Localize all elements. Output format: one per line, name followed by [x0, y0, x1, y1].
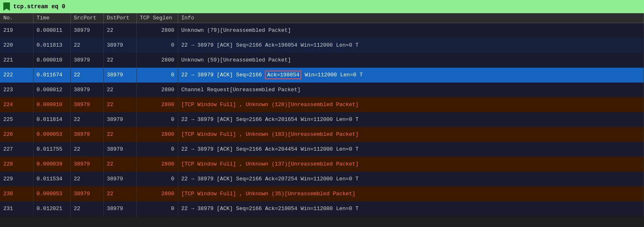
cell-info: [TCP Window Full] , Unknown (183)[Unreas… [178, 127, 644, 142]
col-header-dst: DstPort [103, 13, 136, 23]
cell-info: [TCP Window Full] , Unknown (35)[Unreass… [178, 187, 644, 201]
cell-src: 38979 [70, 127, 103, 142]
cell-no: 219 [0, 23, 33, 38]
table-row[interactable]: 2190.00001138979222800Unknown (79)[Unrea… [0, 23, 644, 38]
cell-seglen: 0 [136, 112, 178, 127]
cell-no: 230 [0, 187, 33, 201]
cell-info: Unknown (79)[Unreassembled Packet] [178, 23, 644, 38]
cell-time: 0.000039 [33, 157, 70, 172]
table-row[interactable]: 2270.0117552238979022 → 38979 [ACK] Seq=… [0, 142, 644, 157]
cell-src: 22 [70, 201, 103, 216]
cell-no: 225 [0, 112, 33, 127]
cell-dst: 38979 [103, 38, 136, 53]
cell-info: Unknown (59)[Unreassembled Packet] [178, 53, 644, 68]
table-row[interactable]: 2230.00001238979222800Channel Request[Un… [0, 83, 644, 97]
cell-src: 38979 [70, 97, 103, 112]
table-row[interactable]: 2280.00003938979222800[TCP Window Full] … [0, 157, 644, 172]
cell-seglen: 2800 [136, 187, 178, 201]
cell-src: 22 [70, 38, 103, 53]
cell-src: 38979 [70, 83, 103, 97]
cell-info: Channel Request[Unreassembled Packet] [178, 83, 644, 97]
cell-seglen: 2800 [136, 157, 178, 172]
cell-dst: 38979 [103, 172, 136, 187]
cell-time: 0.011814 [33, 112, 70, 127]
table-row[interactable]: 2210.00001038979222800Unknown (59)[Unrea… [0, 53, 644, 68]
cell-info: [TCP Window Full] , Unknown (137)[Unreas… [178, 157, 644, 172]
cell-info: 22 → 38979 [ACK] Seq=2166 Ack=210054 Win… [178, 201, 644, 216]
cell-info: 22 → 38979 [ACK] Seq=2166 Ack=207254 Win… [178, 172, 644, 187]
cell-seglen: 2800 [136, 23, 178, 38]
cell-dst: 22 [103, 127, 136, 142]
cell-src: 38979 [70, 53, 103, 68]
cell-seglen: 2800 [136, 83, 178, 97]
col-header-info: Info [178, 13, 644, 23]
ack-highlight: Ack=198854 [265, 71, 301, 79]
cell-time: 0.011674 [33, 68, 70, 83]
col-header-seglen: TCP Seglen [136, 13, 178, 23]
cell-no: 224 [0, 97, 33, 112]
cell-dst: 38979 [103, 68, 136, 83]
cell-seglen: 0 [136, 201, 178, 216]
table-row[interactable]: 2250.0118142238979022 → 38979 [ACK] Seq=… [0, 112, 644, 127]
cell-src: 22 [70, 112, 103, 127]
cell-seglen: 2800 [136, 97, 178, 112]
cell-dst: 22 [103, 97, 136, 112]
cell-time: 0.000053 [33, 187, 70, 201]
cell-time: 0.011813 [33, 38, 70, 53]
cell-dst: 22 [103, 187, 136, 201]
table-row[interactable]: 2240.00001038979222800[TCP Window Full] … [0, 97, 644, 112]
cell-time: 0.000053 [33, 127, 70, 142]
cell-dst: 22 [103, 157, 136, 172]
col-header-time: Time [33, 13, 70, 23]
cell-time: 0.011534 [33, 172, 70, 187]
cell-time: 0.000012 [33, 83, 70, 97]
table-row[interactable]: 2260.00005338979222800[TCP Window Full] … [0, 127, 644, 142]
cell-seglen: 0 [136, 38, 178, 53]
table-row[interactable]: 2200.0118132238979022 → 38979 [ACK] Seq=… [0, 38, 644, 53]
cell-no: 221 [0, 53, 33, 68]
col-header-no: No. [0, 13, 33, 23]
table-row[interactable]: 2220.0116742238979022 → 38979 [ACK] Seq=… [0, 68, 644, 83]
cell-info: 22 → 38979 [ACK] Seq=2166 Ack=196054 Win… [178, 38, 644, 53]
cell-no: 228 [0, 157, 33, 172]
cell-dst: 22 [103, 83, 136, 97]
cell-dst: 22 [103, 53, 136, 68]
cell-info: 22 → 38979 [ACK] Seq=2166 Ack=198854 Win… [178, 68, 644, 83]
cell-seglen: 2800 [136, 127, 178, 142]
cell-time: 0.000011 [33, 23, 70, 38]
cell-seglen: 0 [136, 172, 178, 187]
cell-src: 22 [70, 142, 103, 157]
table-row[interactable]: 2310.0120212238979022 → 38979 [ACK] Seq=… [0, 201, 644, 216]
cell-time: 0.012021 [33, 201, 70, 216]
cell-no: 227 [0, 142, 33, 157]
filter-text: tcp.stream eq 0 [13, 3, 65, 10]
cell-info: 22 → 38979 [ACK] Seq=2166 Ack=201654 Win… [178, 112, 644, 127]
table-row[interactable]: 2300.00005338979222800[TCP Window Full] … [0, 187, 644, 201]
cell-time: 0.011755 [33, 142, 70, 157]
col-header-src: SrcPort [70, 13, 103, 23]
table-header: No. Time SrcPort DstPort TCP Seglen Info [0, 13, 644, 23]
cell-seglen: 0 [136, 142, 178, 157]
cell-seglen: 0 [136, 68, 178, 83]
cell-time: 0.000010 [33, 97, 70, 112]
cell-no: 223 [0, 83, 33, 97]
cell-no: 229 [0, 172, 33, 187]
bookmark-icon [3, 2, 10, 11]
cell-src: 22 [70, 172, 103, 187]
cell-no: 220 [0, 38, 33, 53]
cell-time: 0.000010 [33, 53, 70, 68]
cell-info: [TCP Window Full] , Unknown (128)[Unreas… [178, 97, 644, 112]
cell-no: 226 [0, 127, 33, 142]
cell-dst: 38979 [103, 201, 136, 216]
cell-src: 22 [70, 68, 103, 83]
cell-seglen: 2800 [136, 53, 178, 68]
cell-dst: 38979 [103, 112, 136, 127]
table-row[interactable]: 2290.0115342238979022 → 38979 [ACK] Seq=… [0, 172, 644, 187]
cell-dst: 22 [103, 23, 136, 38]
cell-dst: 38979 [103, 142, 136, 157]
cell-src: 38979 [70, 157, 103, 172]
cell-no: 222 [0, 68, 33, 83]
cell-info: 22 → 38979 [ACK] Seq=2166 Ack=204454 Win… [178, 142, 644, 157]
title-bar: tcp.stream eq 0 [0, 0, 644, 13]
cell-no: 231 [0, 201, 33, 216]
